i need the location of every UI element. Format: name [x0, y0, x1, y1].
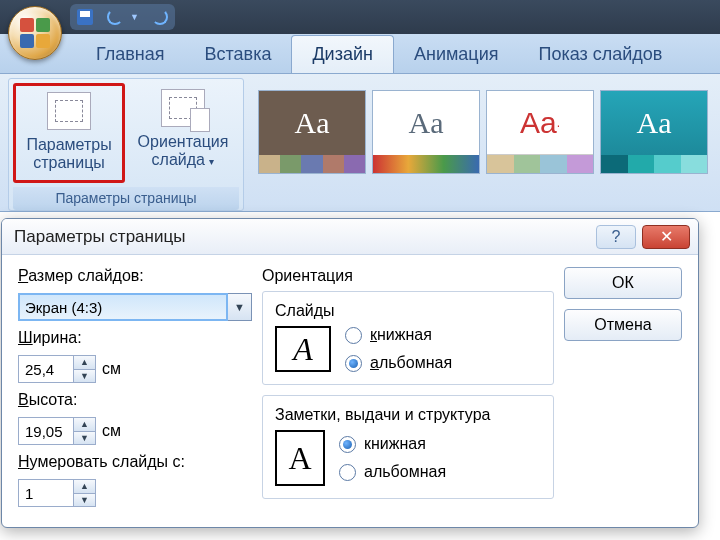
notes-landscape-radio[interactable]: альбомная: [339, 463, 446, 481]
height-down-icon[interactable]: ▼: [74, 432, 95, 445]
page-setup-button[interactable]: Параметрыстраницы: [13, 83, 125, 183]
width-unit: см: [102, 360, 121, 378]
page-setup-label: Параметрыстраницы: [26, 136, 111, 173]
slides-landscape-radio[interactable]: альбомная: [345, 354, 452, 372]
number-from-input[interactable]: [18, 479, 74, 507]
ribbon-group-label: Параметры страницы: [13, 187, 239, 210]
dialog-buttons: ОК Отмена: [564, 267, 682, 509]
width-down-icon[interactable]: ▼: [74, 370, 95, 383]
qat-group: ▼: [70, 4, 175, 30]
tab-insert[interactable]: Вставка: [185, 36, 292, 73]
slide-size-dropdown-icon[interactable]: ▼: [228, 293, 252, 321]
slide-size-label: Размер слайдов:: [18, 267, 252, 285]
number-from-label: Нумеровать слайды с:: [18, 453, 252, 471]
tab-slideshow[interactable]: Показ слайдов: [518, 36, 682, 73]
height-spinner[interactable]: ▲▼: [18, 417, 96, 445]
office-button[interactable]: [8, 6, 62, 60]
dialog-orientation-column: Ориентация Слайды A книжная альбомная: [262, 267, 554, 509]
ok-button[interactable]: ОК: [564, 267, 682, 299]
orientation-heading: Ориентация: [262, 267, 554, 285]
theme-thumb-2[interactable]: Aa: [372, 90, 480, 174]
dialog-titlebar: Параметры страницы ? ✕: [2, 219, 698, 255]
redo-icon[interactable]: [151, 8, 169, 26]
orientation-icon: [161, 89, 205, 127]
tab-home[interactable]: Главная: [76, 36, 185, 73]
quick-access-toolbar: ▼: [0, 0, 720, 34]
chevron-down-icon: ▾: [209, 156, 214, 167]
width-input[interactable]: [18, 355, 74, 383]
slides-preview-icon: A: [275, 326, 331, 372]
height-unit: см: [102, 422, 121, 440]
slide-size-input[interactable]: [18, 293, 228, 321]
orientation-label: Ориентацияслайда ▾: [138, 133, 229, 170]
slide-size-combo[interactable]: ▼: [18, 293, 252, 321]
height-up-icon[interactable]: ▲: [74, 418, 95, 432]
width-label: Ширина:: [18, 329, 252, 347]
theme-thumb-4[interactable]: Aa: [600, 90, 708, 174]
ribbon-tabs: Главная Вставка Дизайн Анимация Показ сл…: [0, 34, 720, 74]
theme-thumb-3[interactable]: Aa.: [486, 90, 594, 174]
slides-orientation-group: Слайды A книжная альбомная: [262, 291, 554, 385]
height-label: Высота:: [18, 391, 252, 409]
notes-orientation-group: Заметки, выдачи и структура A книжная ал…: [262, 395, 554, 499]
dialog-close-button[interactable]: ✕: [642, 225, 690, 249]
slides-portrait-radio[interactable]: книжная: [345, 326, 452, 344]
number-from-spinner[interactable]: ▲▼: [18, 479, 96, 507]
notes-portrait-radio[interactable]: книжная: [339, 435, 446, 453]
page-setup-dialog: Параметры страницы ? ✕ Размер слайдов: ▼…: [1, 218, 699, 528]
dialog-help-button[interactable]: ?: [596, 225, 636, 249]
tab-animation[interactable]: Анимация: [394, 36, 519, 73]
width-spinner[interactable]: ▲▼: [18, 355, 96, 383]
page-setup-icon: [47, 92, 91, 130]
slide-orientation-button[interactable]: Ориентацияслайда ▾: [127, 83, 239, 183]
tab-design[interactable]: Дизайн: [291, 35, 394, 73]
numfrom-up-icon[interactable]: ▲: [74, 480, 95, 494]
ribbon-group-page-setup: Параметрыстраницы Ориентацияслайда ▾ Пар…: [8, 78, 244, 211]
numfrom-down-icon[interactable]: ▼: [74, 494, 95, 507]
dialog-title: Параметры страницы: [14, 227, 185, 247]
notes-preview-icon: A: [275, 430, 325, 486]
office-logo-icon: [20, 18, 50, 48]
undo-icon[interactable]: [106, 8, 124, 26]
dialog-left-column: Размер слайдов: ▼ Ширина: ▲▼ см Высота: …: [18, 267, 252, 509]
notes-legend: Заметки, выдачи и структура: [275, 406, 541, 424]
save-icon[interactable]: [76, 8, 94, 26]
width-up-icon[interactable]: ▲: [74, 356, 95, 370]
height-input[interactable]: [18, 417, 74, 445]
themes-gallery: Aa Aa Aa. Aa: [254, 78, 712, 211]
cancel-button[interactable]: Отмена: [564, 309, 682, 341]
theme-thumb-1[interactable]: Aa: [258, 90, 366, 174]
undo-dropdown-icon[interactable]: ▼: [130, 12, 139, 22]
slides-legend: Слайды: [275, 302, 541, 320]
ribbon: Параметрыстраницы Ориентацияслайда ▾ Пар…: [0, 74, 720, 212]
